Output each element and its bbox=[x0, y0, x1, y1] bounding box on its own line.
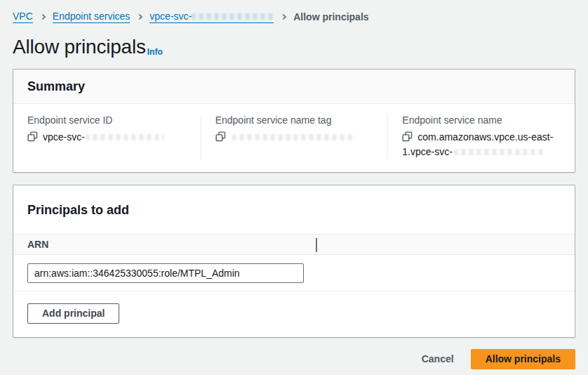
redacted-text bbox=[86, 134, 164, 140]
chevron-right-icon bbox=[281, 14, 286, 20]
title-row: Allow principals Info bbox=[13, 35, 575, 59]
page-title: Allow principals bbox=[13, 35, 146, 59]
summary-card-title: Summary bbox=[27, 79, 561, 94]
breadcrumb-endpoint-service-id-label: vpce-svc- bbox=[149, 11, 192, 22]
redacted-text bbox=[192, 13, 274, 20]
summary-card: Summary Endpoint service ID vpce-svc- En… bbox=[13, 69, 575, 173]
field-label: Endpoint service ID bbox=[27, 114, 189, 126]
allow-principals-button[interactable]: Allow principals bbox=[471, 349, 575, 369]
arn-input[interactable] bbox=[27, 263, 304, 283]
field-label: Endpoint service name tag bbox=[215, 114, 377, 126]
column-header-arn: ARN bbox=[27, 239, 48, 250]
field-label: Endpoint service name bbox=[402, 114, 563, 126]
summary-card-header: Summary bbox=[13, 70, 575, 104]
summary-field-endpoint-service-name-tag: Endpoint service name tag bbox=[201, 114, 388, 159]
copy-icon[interactable] bbox=[402, 131, 413, 142]
page: VPC Endpoint services vpce-svc- Allow pr… bbox=[0, 0, 588, 369]
column-resize-handle[interactable] bbox=[316, 238, 317, 252]
footer-actions: Cancel Allow principals bbox=[13, 349, 575, 369]
field-value bbox=[215, 130, 377, 145]
summary-field-endpoint-service-id: Endpoint service ID vpce-svc- bbox=[13, 114, 201, 159]
cancel-button[interactable]: Cancel bbox=[422, 350, 454, 369]
summary-columns: Endpoint service ID vpce-svc- Endpoint s… bbox=[13, 104, 575, 172]
summary-field-endpoint-service-name: Endpoint service name com.amazonaws.vpce… bbox=[387, 114, 575, 159]
info-link[interactable]: Info bbox=[147, 47, 163, 59]
endpoint-service-id-value: vpce-svc- bbox=[43, 131, 85, 143]
chevron-right-icon bbox=[137, 14, 142, 20]
principals-card-header: Principals to add bbox=[13, 185, 575, 234]
redacted-text bbox=[232, 134, 356, 140]
redacted-text bbox=[454, 149, 544, 155]
principals-card: Principals to add ARN Add principal bbox=[13, 185, 575, 338]
arn-input-row bbox=[13, 255, 575, 291]
add-principal-row: Add principal bbox=[13, 291, 575, 337]
breadcrumb-endpoint-service-id[interactable]: vpce-svc- bbox=[149, 11, 274, 23]
copy-icon[interactable] bbox=[215, 131, 226, 142]
copy-icon[interactable] bbox=[27, 131, 38, 142]
breadcrumb-current: Allow principals bbox=[293, 11, 368, 22]
breadcrumb: VPC Endpoint services vpce-svc- Allow pr… bbox=[13, 10, 575, 24]
table-header-row: ARN bbox=[13, 234, 575, 255]
principals-card-title: Principals to add bbox=[27, 203, 561, 218]
field-value: vpce-svc- bbox=[27, 130, 189, 145]
add-principal-button[interactable]: Add principal bbox=[27, 303, 119, 324]
breadcrumb-vpc[interactable]: VPC bbox=[13, 11, 33, 23]
breadcrumb-endpoint-services[interactable]: Endpoint services bbox=[53, 11, 131, 23]
field-value: com.amazonaws.vpce.us-east-1.vpce-svc- bbox=[402, 130, 555, 159]
chevron-right-icon bbox=[40, 14, 46, 20]
